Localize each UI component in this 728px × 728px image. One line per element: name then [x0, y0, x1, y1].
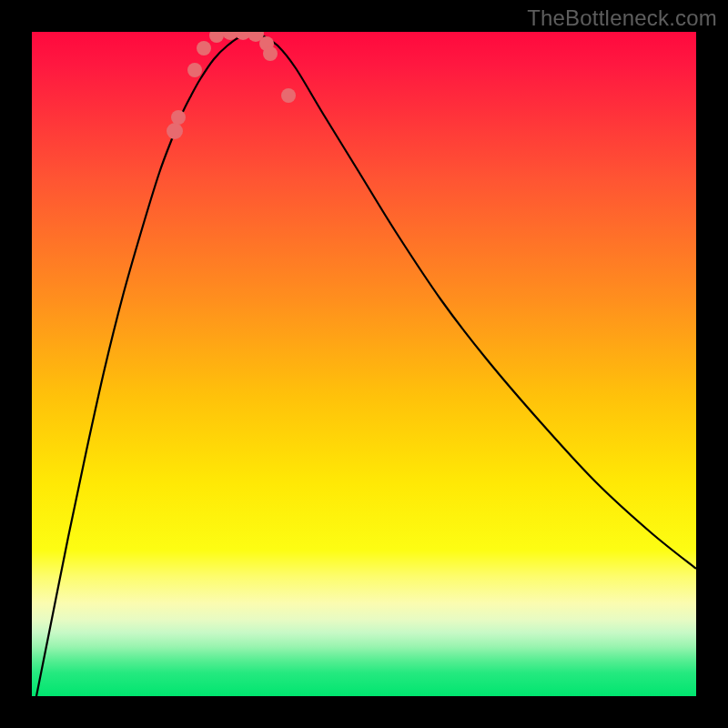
valley-point	[171, 110, 186, 125]
valley-point	[187, 63, 202, 77]
valley-point	[263, 46, 278, 61]
valley-points-group	[167, 32, 296, 139]
plot-area	[32, 32, 696, 696]
valley-points-layer	[32, 32, 696, 696]
valley-point	[281, 88, 296, 103]
valley-point	[197, 41, 211, 56]
outer-frame: TheBottleneck.com	[0, 0, 728, 728]
watermark-text: TheBottleneck.com	[527, 5, 717, 31]
valley-point	[167, 123, 183, 139]
valley-point	[209, 32, 224, 43]
